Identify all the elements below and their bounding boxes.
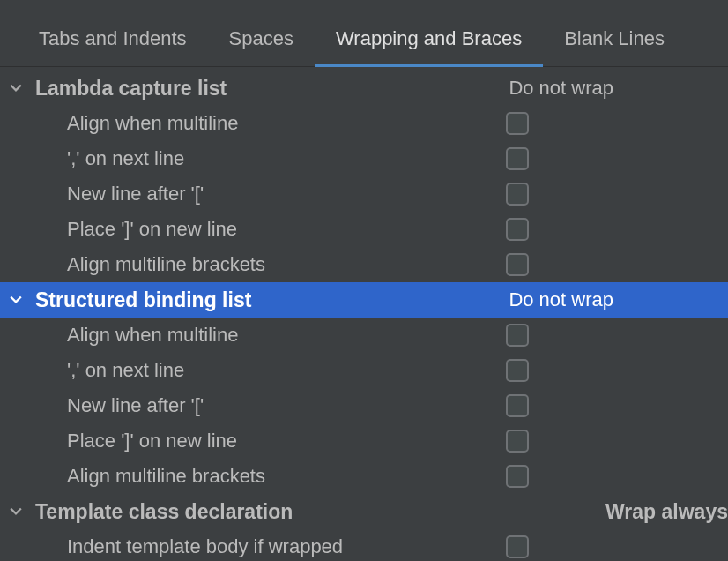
option-new-line-after-bracket[interactable]: New line after '[' xyxy=(0,176,728,212)
chevron-down-icon xyxy=(4,294,28,306)
group-title: Lambda capture list xyxy=(28,77,227,101)
wrap-mode-dropdown[interactable]: Do not wrap xyxy=(509,77,728,100)
option-label: New line after '[' xyxy=(67,394,506,417)
option-comma-on-next-line[interactable]: ',' on next line xyxy=(0,353,728,388)
option-label: Indent template body if wrapped xyxy=(67,535,506,558)
option-place-close-bracket-new-line[interactable]: Place ']' on new line xyxy=(0,423,728,459)
option-label: ',' on next line xyxy=(67,147,506,170)
group-title: Structured binding list xyxy=(28,288,251,312)
wrap-mode-dropdown[interactable]: Wrap always xyxy=(605,500,728,524)
option-label: Align when multiline xyxy=(67,112,506,135)
tab-spaces[interactable]: Spaces xyxy=(208,27,315,66)
checkbox[interactable] xyxy=(506,253,529,276)
option-align-multiline-brackets[interactable]: Align multiline brackets xyxy=(0,459,728,494)
group-lambda-capture-list[interactable]: Lambda capture list Do not wrap xyxy=(0,71,728,106)
group-title: Template class declaration xyxy=(28,500,293,524)
checkbox[interactable] xyxy=(506,183,529,206)
wrap-mode-dropdown[interactable]: Do not wrap xyxy=(509,288,728,311)
option-align-when-multiline[interactable]: Align when multiline xyxy=(0,106,728,141)
group-structured-binding-list[interactable]: Structured binding list Do not wrap xyxy=(0,282,728,318)
option-label: ',' on next line xyxy=(67,359,506,382)
tab-blank-lines[interactable]: Blank Lines xyxy=(543,27,686,66)
checkbox[interactable] xyxy=(506,324,529,347)
checkbox[interactable] xyxy=(506,535,529,558)
option-comma-on-next-line[interactable]: ',' on next line xyxy=(0,141,728,176)
option-align-multiline-brackets[interactable]: Align multiline brackets xyxy=(0,247,728,282)
option-new-line-after-bracket[interactable]: New line after '[' xyxy=(0,388,728,423)
option-label: Align multiline brackets xyxy=(67,253,506,276)
checkbox[interactable] xyxy=(506,359,529,382)
tab-bar: Tabs and Indents Spaces Wrapping and Bra… xyxy=(0,0,728,67)
option-label: Place ']' on new line xyxy=(67,218,506,241)
option-indent-template-body[interactable]: Indent template body if wrapped xyxy=(0,529,728,561)
option-label: New line after '[' xyxy=(67,183,506,206)
settings-tree: Lambda capture list Do not wrap Align wh… xyxy=(0,67,728,561)
checkbox[interactable] xyxy=(506,147,529,170)
tab-tabs-and-indents[interactable]: Tabs and Indents xyxy=(18,27,208,66)
chevron-down-icon xyxy=(4,505,28,518)
checkbox[interactable] xyxy=(506,430,529,453)
option-label: Place ']' on new line xyxy=(67,430,506,453)
group-template-class-declaration[interactable]: Template class declaration Wrap always xyxy=(0,494,728,529)
option-label: Align when multiline xyxy=(67,324,506,347)
checkbox[interactable] xyxy=(506,112,529,135)
option-place-close-bracket-new-line[interactable]: Place ']' on new line xyxy=(0,212,728,247)
checkbox[interactable] xyxy=(506,465,529,488)
checkbox[interactable] xyxy=(506,394,529,417)
chevron-down-icon xyxy=(4,82,28,94)
option-align-when-multiline[interactable]: Align when multiline xyxy=(0,318,728,353)
tab-wrapping-and-braces[interactable]: Wrapping and Braces xyxy=(315,27,543,66)
checkbox[interactable] xyxy=(506,218,529,241)
option-label: Align multiline brackets xyxy=(67,465,506,488)
